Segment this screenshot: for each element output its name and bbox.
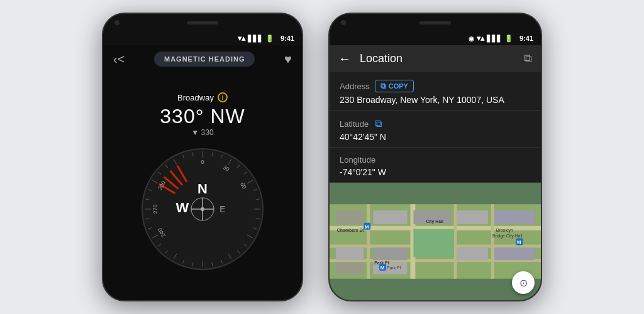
left-phone: ▾▴ ▋▋▋ 🔋 9:41 ‹< MAGNETIC HEADING ♥ Broa… <box>102 13 303 301</box>
svg-rect-64 <box>373 210 407 224</box>
compass-sub-indicator: ▼ 330 <box>191 128 213 137</box>
copy-icon: ⧉ <box>380 82 386 90</box>
compass-toolbar: ‹< MAGNETIC HEADING ♥ <box>103 45 302 73</box>
copy-button-label: COPY <box>389 82 408 90</box>
svg-text:W: W <box>176 200 189 215</box>
svg-text:Park Pl: Park Pl <box>387 266 401 270</box>
svg-rect-62 <box>413 229 453 257</box>
location-screen: ← Location ⧉ Address ⧉ COPY 230 Broadway… <box>330 45 541 300</box>
location-pin-icon: ◉ <box>469 35 474 42</box>
svg-text:M: M <box>517 239 521 245</box>
latitude-label-row: Latitude ⧉ <box>340 118 531 129</box>
phone-top-notch-left <box>103 14 302 31</box>
map-background: Chambers St City Hall Park Pl Brooklyn B… <box>330 183 541 300</box>
svg-point-53 <box>201 207 204 211</box>
open-external-icon[interactable]: ⧉ <box>524 52 532 65</box>
location-content: Address ⧉ COPY 230 Broadway, New York, N… <box>330 72 541 300</box>
copy-address-button[interactable]: ⧉ COPY <box>375 80 414 92</box>
svg-text:Bridge City Hall: Bridge City Hall <box>492 234 523 239</box>
svg-text:0: 0 <box>201 159 204 165</box>
map-view[interactable]: Chambers St City Hall Park Pl Brooklyn B… <box>330 183 541 300</box>
svg-text:Brooklyn: Brooklyn <box>496 228 513 233</box>
status-time-left: 9:41 <box>280 35 294 42</box>
longitude-label: Longitude <box>340 155 375 165</box>
battery-icon: 🔋 <box>265 35 274 43</box>
svg-rect-68 <box>336 247 364 260</box>
favorite-icon[interactable]: ♥ <box>284 52 292 67</box>
back-button[interactable]: ← <box>338 51 351 66</box>
svg-text:Chambers St: Chambers St <box>337 228 364 232</box>
info-icon[interactable]: i <box>218 92 228 102</box>
camera-left <box>114 20 119 25</box>
status-icons-left: ▾▴ ▋▋▋ 🔋 9:41 <box>238 34 294 43</box>
svg-rect-66 <box>457 210 488 224</box>
camera-right <box>341 20 346 25</box>
svg-rect-70 <box>457 247 488 260</box>
battery-icon-right: 🔋 <box>504 35 513 43</box>
svg-text:City Hall: City Hall <box>426 219 443 224</box>
page-title: Location <box>360 52 515 65</box>
signal-icon: ▋▋▋ <box>248 35 263 42</box>
magnetic-heading-button[interactable]: MAGNETIC HEADING <box>154 51 255 67</box>
svg-rect-61 <box>491 204 494 279</box>
svg-text:E: E <box>219 204 225 214</box>
status-time-right: 9:41 <box>519 35 533 42</box>
svg-rect-67 <box>494 210 535 224</box>
address-label: Address <box>340 82 370 91</box>
address-label-row: Address ⧉ COPY <box>340 80 531 92</box>
copy-latitude-button[interactable]: ⧉ <box>374 118 383 129</box>
longitude-section: Longitude -74°0'21" W <box>330 148 541 183</box>
wifi-icon-right: ▾▴ <box>477 34 484 43</box>
location-name-text: Broadway <box>177 93 214 102</box>
longitude-value: -74°0'21" W <box>340 167 531 177</box>
signal-icon-right: ▋▋▋ <box>487 35 502 42</box>
status-bar-right: ◉ ▾▴ ▋▋▋ 🔋 9:41 <box>330 31 541 45</box>
latitude-label: Latitude <box>340 119 369 129</box>
address-value: 230 Broadway, New York, NY 10007, USA <box>340 95 531 105</box>
svg-rect-72 <box>336 262 364 274</box>
location-toolbar: ← Location ⧉ <box>330 45 541 72</box>
latitude-section: Latitude ⧉ 40°42'45" N <box>330 111 541 148</box>
svg-rect-58 <box>367 204 370 279</box>
latitude-value: 40°42'45" N <box>340 132 531 142</box>
compass-screen: ‹< MAGNETIC HEADING ♥ Broadway i 330° NW… <box>103 45 302 300</box>
share-icon[interactable]: ‹< <box>113 52 125 67</box>
svg-text:N: N <box>197 181 208 197</box>
svg-rect-60 <box>454 204 457 279</box>
compass-circle: 240 270 300 0 30 60 W N E <box>140 146 265 272</box>
compass-heading-value: 330° NW <box>160 105 245 128</box>
my-location-button[interactable]: ⊙ <box>512 271 535 294</box>
address-section: Address ⧉ COPY 230 Broadway, New York, N… <box>330 72 541 111</box>
svg-text:270: 270 <box>152 204 158 214</box>
phone-top-notch-right <box>330 14 541 31</box>
right-phone: ◉ ▾▴ ▋▋▋ 🔋 9:41 ← Location ⧉ Address ⧉ C… <box>328 13 542 301</box>
status-icons-right: ◉ ▾▴ ▋▋▋ 🔋 9:41 <box>469 34 533 43</box>
speaker-left <box>187 21 218 24</box>
longitude-label-row: Longitude <box>340 155 531 165</box>
compass-area: Broadway i 330° NW ▼ 330 <box>103 45 302 300</box>
svg-rect-71 <box>494 247 535 260</box>
svg-text:M: M <box>380 265 385 271</box>
svg-rect-69 <box>373 247 407 260</box>
svg-text:M: M <box>365 224 369 230</box>
svg-rect-63 <box>336 210 364 224</box>
location-name-row: Broadway i <box>177 92 228 102</box>
status-bar-left: ▾▴ ▋▋▋ 🔋 9:41 <box>103 31 302 45</box>
wifi-icon: ▾▴ <box>238 34 245 43</box>
speaker-right <box>419 21 451 24</box>
